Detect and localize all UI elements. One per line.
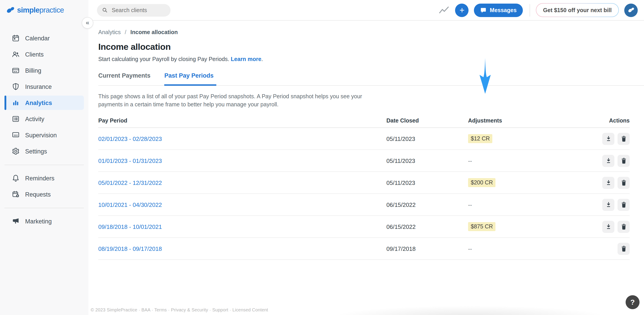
pay-period-link[interactable]: 05/01/2022 - 12/31/2022	[98, 179, 162, 186]
download-button[interactable]	[602, 132, 614, 145]
adjustments-cell: --	[468, 157, 602, 164]
table-body: 02/01/2023 - 02/28/202305/11/2023$12 CR0…	[98, 128, 630, 260]
adjustment-empty: --	[468, 157, 472, 164]
logo-wordmark: simplepractice	[17, 6, 64, 14]
download-button[interactable]	[602, 176, 614, 189]
actions-cell	[602, 154, 630, 167]
date-closed-value: 05/11/2023	[386, 179, 468, 186]
learn-more-link[interactable]: Learn more	[231, 56, 262, 62]
topbar: + Messages Get $150 off your next bill	[88, 0, 644, 21]
tab-past-pay-periods[interactable]: Past Pay Periods	[164, 72, 216, 86]
table-row: 02/01/2023 - 02/28/202305/11/2023$12 CR	[98, 128, 630, 150]
adjustment-badge: $875 CR	[468, 222, 496, 231]
col-header-adjustments: Adjustments	[468, 118, 602, 124]
delete-button[interactable]	[618, 176, 630, 189]
sidebar-item-reminders[interactable]: Reminders	[4, 171, 84, 185]
trash-icon	[620, 135, 627, 142]
actions-cell	[602, 132, 630, 145]
breadcrumb-analytics[interactable]: Analytics	[98, 29, 121, 36]
page-title: Income allocation	[98, 41, 644, 52]
download-button[interactable]	[602, 154, 614, 167]
trash-icon	[620, 223, 627, 230]
add-button[interactable]: +	[455, 3, 469, 17]
reminders-icon	[12, 174, 20, 182]
delete-button[interactable]	[618, 154, 630, 167]
messages-button[interactable]: Messages	[474, 3, 523, 17]
search-icon	[102, 7, 108, 13]
plus-icon: +	[460, 5, 464, 14]
sidebar-item-insurance[interactable]: Insurance	[4, 80, 84, 94]
pay-period-link[interactable]: 10/01/2021 - 04/30/2022	[98, 201, 162, 208]
adjustments-cell: $200 CR	[468, 178, 602, 187]
sidebar-item-clients[interactable]: Clients	[4, 47, 84, 62]
delete-button[interactable]	[618, 132, 630, 145]
breadcrumb-current: Income allocation	[130, 29, 178, 36]
trash-icon	[620, 245, 627, 252]
pay-period-link[interactable]: 08/19/2018 - 09/17/2018	[98, 245, 162, 252]
trending-icon[interactable]	[439, 6, 450, 14]
sidebar: simplepractice CalendarClientsBillingIns…	[0, 0, 88, 315]
pay-period-cell: 10/01/2021 - 04/30/2022	[98, 201, 386, 208]
pay-period-link[interactable]: 02/01/2023 - 02/28/2023	[98, 135, 162, 142]
download-icon	[605, 223, 612, 230]
pay-periods-table: Pay Period Date Closed Adjustments Actio…	[98, 114, 630, 260]
sidebar-item-label: Billing	[25, 67, 41, 74]
content: Analytics / Income allocation Income all…	[98, 29, 644, 260]
delete-button[interactable]	[618, 198, 630, 211]
sidebar-divider	[4, 208, 84, 208]
app-window: simplepractice CalendarClientsBillingIns…	[0, 0, 644, 315]
download-button[interactable]	[602, 220, 614, 233]
sidebar-item-calendar[interactable]: Calendar	[4, 31, 84, 45]
search-input[interactable]	[111, 6, 166, 14]
sidebar-item-requests[interactable]: Requests	[4, 187, 84, 202]
clients-icon	[12, 50, 20, 58]
sidebar-item-activity[interactable]: Activity	[4, 112, 84, 126]
pay-period-link[interactable]: 09/18/2018 - 10/01/2021	[98, 223, 162, 230]
adjustment-empty: --	[468, 201, 472, 208]
tab-current-payments[interactable]: Current Payments	[98, 72, 152, 85]
adjustment-empty: --	[468, 245, 472, 252]
settings-icon	[12, 147, 20, 155]
sidebar-item-settings[interactable]: Settings	[4, 144, 84, 158]
marketing-icon	[12, 217, 20, 225]
promo-button[interactable]: Get $150 off your next bill	[536, 3, 619, 17]
sidebar-item-label: Calendar	[25, 35, 50, 42]
table-header-row: Pay Period Date Closed Adjustments Actio…	[98, 114, 630, 128]
avatar[interactable]	[624, 3, 638, 17]
requests-icon	[12, 190, 20, 198]
help-button[interactable]: ?	[626, 295, 640, 309]
table-row: 10/01/2021 - 04/30/202206/15/2022--	[98, 194, 630, 216]
sidebar-item-billing[interactable]: Billing	[4, 63, 84, 78]
sidebar-collapse-button[interactable]: «	[82, 17, 93, 29]
col-header-date-closed: Date Closed	[386, 118, 468, 124]
sidebar-item-label: Requests	[25, 191, 51, 198]
pay-period-link[interactable]: 01/01/2023 - 01/31/2023	[98, 157, 162, 164]
table-row: 05/01/2022 - 12/31/202205/11/2023$200 CR	[98, 172, 630, 194]
sidebar-item-label: Analytics	[25, 100, 52, 106]
table-row: 09/18/2018 - 10/01/202106/15/2022$875 CR	[98, 216, 630, 238]
sidebar-item-label: Marketing	[25, 218, 52, 224]
download-icon	[605, 201, 612, 208]
download-button[interactable]	[602, 198, 614, 211]
adjustments-cell: --	[468, 201, 602, 208]
sidebar-item-supervision[interactable]: Supervision	[4, 128, 84, 142]
message-bubble-icon	[480, 7, 487, 13]
sidebar-item-label: Clients	[25, 51, 44, 58]
messages-label: Messages	[490, 7, 517, 13]
app-logo[interactable]: simplepractice	[0, 0, 88, 14]
date-closed-value: 05/11/2023	[386, 135, 468, 142]
search-bar[interactable]	[97, 4, 170, 16]
supervision-icon	[12, 131, 20, 139]
adjustment-badge: $200 CR	[468, 178, 496, 187]
calendar-icon	[12, 34, 20, 42]
insurance-icon	[12, 82, 20, 91]
date-closed-value: 05/11/2023	[386, 157, 468, 164]
delete-button[interactable]	[618, 242, 630, 255]
sidebar-item-marketing[interactable]: Marketing	[4, 214, 84, 228]
sidebar-item-analytics[interactable]: Analytics	[4, 96, 84, 110]
adjustments-cell: $12 CR	[468, 134, 602, 143]
delete-button[interactable]	[618, 220, 630, 233]
main-area: + Messages Get $150 off your next bill	[88, 0, 644, 315]
table-row: 01/01/2023 - 01/31/202305/11/2023--	[98, 150, 630, 172]
date-closed-value: 09/17/2018	[386, 245, 468, 252]
